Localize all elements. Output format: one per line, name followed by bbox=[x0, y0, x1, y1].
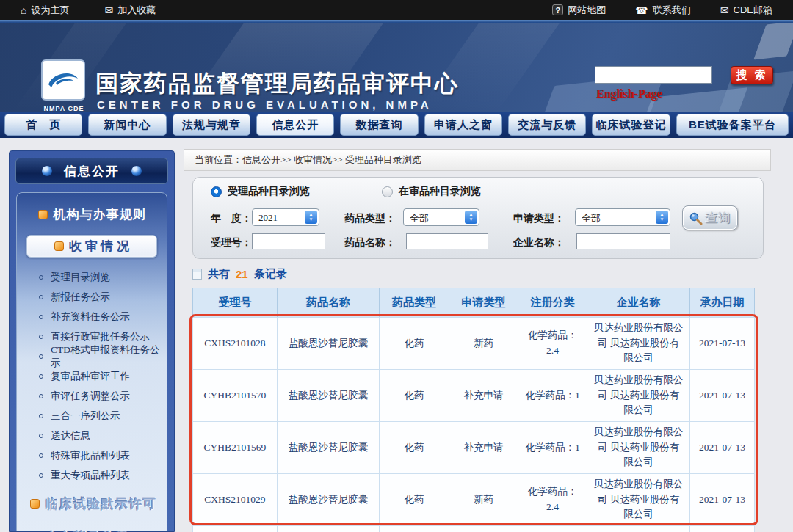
sidebar-item-label: CTD格式申报资料任务公示 bbox=[51, 343, 167, 370]
cde-mailbox-link[interactable]: ✉ CDE邮箱 bbox=[720, 4, 772, 17]
tab-communication[interactable]: 交流与反馈 bbox=[508, 114, 586, 136]
record-count-suffix: 条记录 bbox=[254, 267, 287, 281]
sidebar-item-three-in-one[interactable]: 三合一序列公示 bbox=[17, 406, 167, 426]
tab-regulations[interactable]: 法规与规章 bbox=[173, 114, 250, 136]
nmpa-cde-logo bbox=[41, 59, 85, 101]
add-favorite-link[interactable]: ✉ 加入收藏 bbox=[104, 4, 156, 17]
org-rules-label: 机构与办事规则 bbox=[54, 206, 146, 223]
sidebar-item-label: 重大专项品种列表 bbox=[51, 469, 130, 482]
column-header: 承办日期 bbox=[690, 288, 755, 317]
radio-accepted-catalog[interactable]: 受理品种目录浏览 bbox=[211, 185, 310, 198]
orange-bullet-icon bbox=[30, 499, 40, 509]
sidebar-item-org-rules[interactable]: 机构与办事规则 bbox=[17, 206, 167, 223]
radio-in-review-label: 在审品种目录浏览 bbox=[399, 185, 481, 198]
mail-icon: ✉ bbox=[720, 5, 729, 15]
stepper-icon: ▲▼ bbox=[465, 211, 477, 224]
breadcrumb: 当前位置：信息公开>> 收审情况>> 受理品种目录浏览 bbox=[184, 149, 771, 171]
year-select[interactable]: 2021 ▲▼ bbox=[252, 208, 319, 226]
cell-reg-class: 化学药品：1 bbox=[518, 370, 587, 422]
cell-drug-type: 化药 bbox=[380, 318, 449, 370]
circle-bullet-icon bbox=[39, 374, 43, 379]
sidebar-item-new-tasks[interactable]: 新报任务公示 bbox=[17, 287, 167, 307]
sitemap-link[interactable]: ? 网站地图 bbox=[552, 4, 606, 17]
contact-link[interactable]: ☎ 联系我们 bbox=[635, 4, 690, 17]
envelope-icon: ✉ bbox=[104, 5, 113, 15]
circle-bullet-icon bbox=[39, 354, 43, 359]
sidebar: 信息公开 机构与办事规则 收 审 情 况 受理目录浏览 新报任务公示 补充资料任… bbox=[9, 150, 175, 532]
marketed-drug-label: 上市药品信息 bbox=[46, 529, 129, 532]
english-page-link[interactable]: English-Page bbox=[596, 87, 662, 101]
results-table: 受理号 药品名称 药品类型 申请类型 注册分类 企业名称 承办日期 CXHS21… bbox=[192, 288, 756, 532]
tab-data-query[interactable]: 数据查询 bbox=[340, 114, 418, 136]
logo-caption: NMPA CDE bbox=[35, 105, 93, 112]
circle-bullet-icon bbox=[39, 394, 43, 398]
query-button[interactable]: 查询 bbox=[682, 205, 738, 230]
circle-bullet-icon bbox=[39, 434, 43, 438]
site-search-input[interactable] bbox=[595, 66, 712, 84]
accept-no-input[interactable] bbox=[252, 233, 325, 249]
magnifier-icon bbox=[689, 211, 703, 225]
cell-accept-no: CXHS2101028 bbox=[192, 318, 278, 370]
tab-home[interactable]: 首 页 bbox=[4, 114, 82, 136]
cell-drug-name: 盐酸恩沙替尼胶囊 bbox=[278, 422, 380, 474]
record-count: 共有 21 条记录 bbox=[192, 267, 287, 281]
radio-in-review-catalog[interactable]: 在审品种目录浏览 bbox=[382, 185, 481, 198]
table-body: CXHS2101028 盐酸恩沙替尼胶囊 化药 新药 化学药品：2.4 贝达药业… bbox=[192, 317, 756, 532]
sidebar-item-clinical-trial-implied-license[interactable]: 临床试验默示许可 bbox=[17, 495, 167, 512]
query-button-label: 查询 bbox=[706, 211, 732, 226]
sidebar-item-ctd-tasks[interactable]: CTD格式申报资料任务公示 bbox=[17, 346, 167, 366]
sidebar-item-marketed-drug-info[interactable]: 上市药品信息 bbox=[17, 529, 167, 532]
sidebar-item-supplement-tasks[interactable]: 补充资料任务公示 bbox=[17, 307, 167, 327]
tab-be-trial-platform[interactable]: BE试验备案平台 bbox=[676, 114, 789, 136]
sidebar-item-acceptance-catalog[interactable]: 受理目录浏览 bbox=[17, 267, 167, 287]
cell-company: 贝达药业股份有限公司 贝达药业股份有限公司 bbox=[587, 474, 690, 526]
sphere-icon bbox=[131, 166, 142, 176]
column-header: 企业名称 bbox=[587, 288, 690, 317]
tab-clinical-trial-registry[interactable]: 临床试验登记 bbox=[592, 114, 670, 136]
sitemap-label: 网站地图 bbox=[568, 4, 606, 17]
apply-type-select[interactable]: 全部 ▲▼ bbox=[575, 208, 670, 226]
orange-bullet-icon bbox=[54, 241, 64, 251]
cell-reg-class: 化学药品：2.4 bbox=[518, 318, 587, 370]
drug-type-select[interactable]: 全部 ▲▼ bbox=[403, 208, 479, 226]
sidebar-item-delivery-info[interactable]: 送达信息 bbox=[17, 426, 167, 445]
circle-bullet-icon bbox=[39, 453, 43, 458]
cell-company: 贝达药业股份有限公司 贝达药业股份有限公司 bbox=[587, 318, 690, 370]
sidebar-list: 受理目录浏览 新报任务公示 补充资料任务公示 直接行政审批任务公示 CTD格式申… bbox=[17, 267, 167, 485]
circle-bullet-icon bbox=[39, 473, 43, 478]
sidebar-panel: 机构与办事规则 收 审 情 况 受理目录浏览 新报任务公示 补充资料任务公示 直… bbox=[16, 192, 167, 531]
sidebar-title: 信息公开 bbox=[64, 163, 120, 180]
tab-applicant-window[interactable]: 申请人之窗 bbox=[424, 114, 502, 136]
catalog-radio-group: 受理品种目录浏览 在审品种目录浏览 bbox=[211, 185, 481, 198]
sidebar-item-task-adjustment[interactable]: 审评任务调整公示 bbox=[17, 386, 167, 406]
record-count-number: 21 bbox=[236, 268, 248, 280]
cell-empty bbox=[192, 526, 278, 532]
radio-unselected-icon bbox=[382, 186, 393, 197]
home-icon: ⌂ bbox=[21, 5, 26, 15]
sidebar-item-label: 审评任务调整公示 bbox=[51, 390, 130, 403]
cell-accept-no: CYHB2101569 bbox=[192, 422, 278, 474]
utility-right: ? 网站地图 ☎ 联系我们 ✉ CDE邮箱 bbox=[552, 4, 772, 17]
site-title: 国家药品监督管理局药品审评中心 bbox=[95, 68, 459, 99]
tab-news[interactable]: 新闻中心 bbox=[88, 114, 166, 136]
sidebar-item-special-approval-list[interactable]: 特殊审批品种列表 bbox=[17, 445, 167, 465]
cde-mailbox-label: CDE邮箱 bbox=[734, 4, 772, 17]
table-row: CXHS2101028 盐酸恩沙替尼胶囊 化药 新药 化学药品：2.4 贝达药业… bbox=[192, 318, 756, 370]
column-header: 注册分类 bbox=[518, 288, 587, 317]
drug-name-input[interactable] bbox=[406, 233, 488, 249]
tab-information-disclosure[interactable]: 信息公开 bbox=[256, 114, 334, 136]
circle-bullet-icon bbox=[39, 315, 43, 319]
cell-date: 2021-07-13 bbox=[690, 474, 755, 526]
cell-drug-type: 化药 bbox=[380, 370, 449, 422]
sidebar-item-major-project-list[interactable]: 重大专项品种列表 bbox=[17, 465, 167, 485]
company-input[interactable] bbox=[576, 233, 670, 249]
set-homepage-label: 设为主页 bbox=[31, 4, 69, 17]
contact-label: 联系我们 bbox=[653, 4, 691, 17]
sidebar-item-label: 复审品种审评工作 bbox=[51, 370, 130, 383]
cell-company: 贝达药业股份有限公司 贝达药业股份有限公司 bbox=[587, 422, 690, 474]
utility-bar: ⌂ 设为主页 ✉ 加入收藏 ? 网站地图 ☎ 联系我们 ✉ CDE邮箱 bbox=[0, 0, 793, 20]
sidebar-item-acceptance-review[interactable]: 收 审 情 况 bbox=[26, 235, 157, 258]
site-search-button[interactable]: 搜 索 bbox=[731, 66, 773, 84]
query-panel: 受理品种目录浏览 在审品种目录浏览 年 度： 2021 ▲▼ 药品类型： 全部 … bbox=[192, 177, 764, 259]
set-homepage-link[interactable]: ⌂ 设为主页 bbox=[21, 4, 69, 17]
